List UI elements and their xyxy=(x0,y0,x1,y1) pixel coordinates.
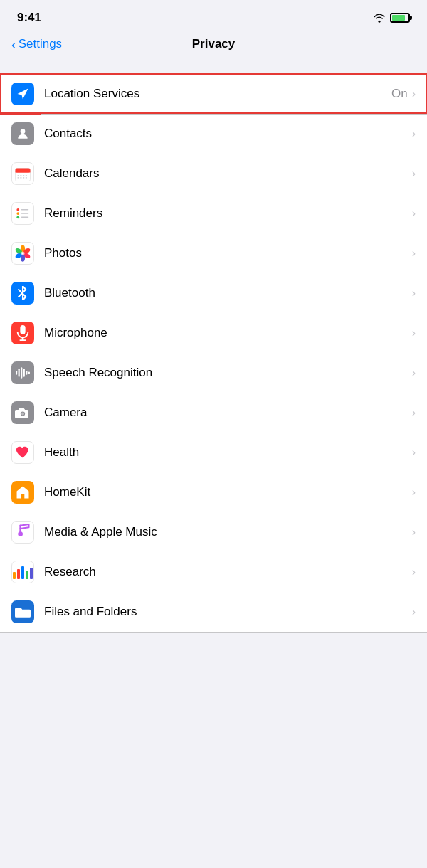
media-apple-music-chevron: › xyxy=(412,526,416,539)
microphone-icon xyxy=(11,322,34,344)
bluetooth-chevron: › xyxy=(412,287,416,300)
settings-row-speech-recognition[interactable]: Speech Recognition › xyxy=(0,353,427,393)
location-arrow-icon xyxy=(16,88,29,100)
speech-recognition-label: Speech Recognition xyxy=(44,366,412,380)
settings-row-health[interactable]: Health › xyxy=(0,433,427,472)
health-chevron: › xyxy=(412,446,416,459)
photos-chevron: › xyxy=(412,247,416,260)
svg-rect-16 xyxy=(21,209,29,211)
settings-row-research[interactable]: Research › xyxy=(0,552,427,592)
settings-row-microphone[interactable]: Microphone › xyxy=(0,313,427,353)
status-time: 9:41 xyxy=(17,11,41,25)
settings-row-contacts[interactable]: Contacts › xyxy=(0,114,427,154)
health-label: Health xyxy=(44,445,412,460)
homekit-icon xyxy=(11,481,34,504)
contacts-icon xyxy=(11,122,34,145)
svg-rect-30 xyxy=(19,369,20,376)
svg-rect-29 xyxy=(16,371,17,375)
settings-row-location-services[interactable]: Location Services On › xyxy=(0,74,427,114)
svg-rect-32 xyxy=(23,369,25,376)
svg-point-13 xyxy=(16,208,19,211)
svg-point-25 xyxy=(21,251,24,255)
svg-rect-10 xyxy=(20,177,21,178)
camera-chevron: › xyxy=(412,406,416,419)
calendars-label: Calendars xyxy=(44,166,412,181)
back-button[interactable]: ‹ Settings xyxy=(11,37,62,51)
settings-row-media-apple-music[interactable]: Media & Apple Music › xyxy=(0,512,427,552)
person-icon xyxy=(16,127,30,141)
contacts-chevron: › xyxy=(412,127,416,140)
reminders-chevron: › xyxy=(412,207,416,220)
svg-rect-7 xyxy=(23,175,24,176)
contacts-label: Contacts xyxy=(44,127,412,141)
reminders-list-icon xyxy=(14,205,31,222)
research-chevron: › xyxy=(412,566,416,578)
svg-rect-6 xyxy=(20,175,21,176)
reminders-icon xyxy=(11,202,34,225)
location-services-label: Location Services xyxy=(44,87,391,101)
location-services-value: On xyxy=(391,87,408,101)
bluetooth-icon xyxy=(11,282,34,305)
music-note-icon xyxy=(16,524,30,540)
home-symbol-icon xyxy=(16,485,30,499)
bluetooth-symbol-icon xyxy=(16,286,29,300)
microphone-label: Microphone xyxy=(44,326,412,340)
calendar-icon: — xyxy=(14,165,31,182)
settings-row-photos[interactable]: Photos › xyxy=(0,233,427,273)
homekit-chevron: › xyxy=(412,486,416,499)
svg-rect-3 xyxy=(16,171,31,172)
speech-recognition-chevron: › xyxy=(412,366,416,379)
homekit-label: HomeKit xyxy=(44,485,412,499)
svg-rect-5 xyxy=(18,175,19,176)
bluetooth-label: Bluetooth xyxy=(44,286,412,300)
research-bars xyxy=(13,565,33,579)
speech-recognition-icon xyxy=(11,361,34,384)
page-title: Privacy xyxy=(192,37,236,51)
status-icons xyxy=(373,13,410,23)
camera-symbol-icon xyxy=(15,406,31,419)
files-and-folders-label: Files and Folders xyxy=(44,605,412,619)
photos-pinwheel-icon xyxy=(14,244,32,263)
settings-group: Location Services On › Contacts › xyxy=(0,73,427,633)
settings-row-camera[interactable]: Camera › xyxy=(0,393,427,433)
svg-rect-12 xyxy=(26,177,27,178)
wifi-icon xyxy=(373,13,386,23)
settings-row-reminders[interactable]: Reminders › xyxy=(0,194,427,233)
files-and-folders-icon xyxy=(11,600,34,623)
nav-bar: ‹ Settings Privacy xyxy=(0,31,427,60)
calendars-icon: — xyxy=(11,162,34,185)
location-services-chevron: › xyxy=(412,88,416,100)
back-chevron-icon: ‹ xyxy=(11,37,16,51)
heart-icon xyxy=(15,445,31,460)
photos-label: Photos xyxy=(44,246,412,260)
svg-rect-8 xyxy=(26,175,27,176)
waveform-icon xyxy=(14,366,31,380)
microphone-symbol-icon xyxy=(16,325,29,341)
research-label: Research xyxy=(44,565,412,579)
calendars-chevron: › xyxy=(412,167,416,180)
settings-row-files-and-folders[interactable]: Files and Folders › xyxy=(0,592,427,632)
microphone-chevron: › xyxy=(412,327,416,339)
location-services-icon xyxy=(11,83,34,105)
svg-rect-33 xyxy=(26,371,27,375)
battery-icon xyxy=(390,13,410,23)
svg-rect-17 xyxy=(21,213,29,214)
svg-rect-9 xyxy=(18,177,19,178)
camera-label: Camera xyxy=(44,406,412,420)
battery-fill xyxy=(392,15,405,21)
settings-row-bluetooth[interactable]: Bluetooth › xyxy=(0,273,427,313)
back-label: Settings xyxy=(19,37,62,51)
svg-rect-31 xyxy=(21,367,22,379)
svg-rect-18 xyxy=(21,217,29,218)
svg-rect-11 xyxy=(23,177,24,178)
svg-rect-28 xyxy=(19,339,26,341)
section-gap xyxy=(0,60,427,73)
settings-row-homekit[interactable]: HomeKit › xyxy=(0,472,427,512)
settings-row-calendars[interactable]: — Calendars › xyxy=(0,154,427,194)
svg-rect-26 xyxy=(20,325,25,334)
media-apple-music-label: Media & Apple Music xyxy=(44,525,412,539)
svg-rect-34 xyxy=(28,372,30,374)
reminders-label: Reminders xyxy=(44,206,412,221)
status-bar: 9:41 xyxy=(0,0,427,31)
research-icon xyxy=(11,561,34,583)
